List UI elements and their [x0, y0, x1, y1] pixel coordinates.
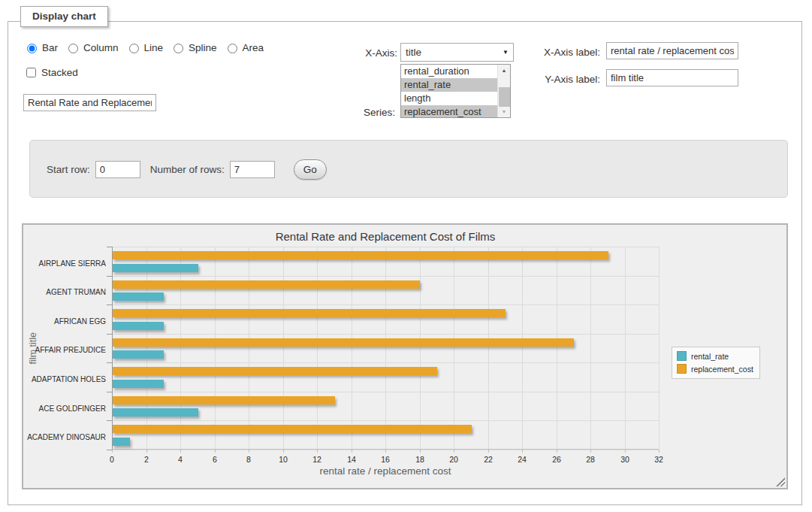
gridline-horizontal [113, 362, 659, 363]
gridline-vertical [385, 247, 386, 449]
x-axis-title: rental rate / replacement cost [112, 465, 659, 477]
bar-replacement_cost [113, 338, 574, 347]
legend-item-replacement_cost[interactable]: replacement_cost [677, 364, 753, 374]
chart-type-option-area[interactable]: Area [224, 41, 264, 53]
x-tick-mark [488, 450, 489, 453]
x-tick-mark [625, 450, 626, 453]
scroll-down-icon[interactable]: ▼ [498, 106, 510, 117]
gridline-horizontal [113, 392, 659, 392]
chart-type-option-column[interactable]: Column [65, 41, 119, 53]
bar-replacement_cost [113, 425, 472, 433]
category-label: ACADEMY DINOSAUR [23, 423, 106, 452]
gridline-vertical [522, 247, 523, 449]
x-tick-mark [352, 450, 352, 453]
chart-title-input[interactable] [23, 94, 156, 111]
x-tick-label: 6 [213, 455, 217, 464]
gridline-vertical [557, 247, 557, 449]
x-tick-label: 4 [178, 455, 183, 464]
gridline-vertical [625, 247, 626, 449]
x-tick-mark [317, 450, 318, 453]
scrollbar-thumb[interactable] [499, 87, 510, 107]
x-tick-label: 18 [415, 455, 424, 464]
chart-type-label: Area [243, 42, 264, 53]
legend-label: rental_rate [691, 352, 729, 361]
x-tick-mark [385, 450, 386, 453]
stacked-label: Stacked [41, 67, 78, 78]
category-label: ADAPTATION HOLES [23, 365, 106, 394]
x-tick-label: 32 [654, 455, 663, 464]
gridline-vertical [488, 247, 489, 449]
resize-handle-icon[interactable] [776, 477, 785, 486]
gridline-vertical [420, 247, 421, 449]
x-tick-label: 10 [279, 455, 288, 464]
panel-legend: Display chart [20, 6, 108, 27]
bar-replacement_cost [113, 309, 506, 317]
bar-rental_rate [113, 264, 198, 272]
num-rows-label: Number of rows: [150, 164, 225, 175]
chart-type-label: Line [144, 42, 164, 53]
start-row-label: Start row: [47, 164, 90, 175]
num-rows-input[interactable] [230, 161, 275, 178]
y-tick-mark [107, 276, 112, 277]
series-option-rental_duration[interactable]: rental_duration [401, 65, 497, 78]
gridline-vertical [659, 247, 660, 449]
legend-item-rental_rate[interactable]: rental_rate [677, 351, 753, 361]
x-tick-label: 8 [246, 455, 251, 464]
start-row-input[interactable] [95, 161, 140, 178]
y-tick-mark [107, 420, 112, 421]
display-chart-panel: BarColumnLineSplineArea Stacked X-Axis: … [8, 21, 802, 505]
chart-type-radio-area[interactable] [228, 44, 237, 53]
chart-type-radio-bar[interactable] [27, 44, 37, 53]
x-tick-mark [146, 450, 147, 453]
gridline-horizontal [113, 334, 659, 335]
x-tick-mark [590, 450, 591, 453]
y-axis-label-caption: Y-Axis label: [525, 74, 600, 85]
gridline-vertical [590, 247, 591, 449]
x-tick-mark [557, 450, 557, 453]
chart-type-radio-group: BarColumnLineSplineArea [23, 41, 264, 53]
stacked-checkbox[interactable] [26, 68, 36, 77]
chart-type-label: Bar [42, 42, 58, 53]
chart-type-label: Spline [189, 42, 217, 53]
go-button[interactable]: Go [294, 159, 327, 180]
gridline-horizontal [113, 247, 659, 247]
chart-type-option-line[interactable]: Line [125, 41, 164, 53]
x-tick-mark [112, 450, 113, 453]
gridline-horizontal [113, 276, 659, 277]
gridline-horizontal [113, 304, 659, 305]
y-axis-label-input[interactable] [606, 69, 738, 86]
series-options: rental_durationrental_ratelengthreplacem… [401, 65, 497, 117]
chart-type-radio-line[interactable] [129, 44, 139, 53]
series-listbox[interactable]: rental_durationrental_ratelengthreplacem… [400, 64, 511, 118]
chart-type-option-spline[interactable]: Spline [170, 41, 217, 53]
series-scrollbar[interactable]: ▲ ▼ [497, 65, 510, 117]
series-option-rental_rate[interactable]: rental_rate [401, 78, 497, 92]
category-label: AFFAIR PREJUDICE [23, 336, 106, 365]
series-option-length[interactable]: length [401, 92, 497, 105]
chart-type-label: Column [83, 42, 119, 53]
stacked-option[interactable]: Stacked [23, 65, 78, 80]
bar-replacement_cost [113, 251, 608, 259]
bar-rental_rate [113, 438, 130, 446]
chart-type-radio-column[interactable] [68, 44, 78, 53]
gridline-vertical [146, 247, 147, 449]
chart-type-option-bar[interactable]: Bar [23, 41, 58, 53]
plot-area [112, 247, 659, 450]
x-tick-mark [659, 450, 660, 453]
category-label: ACE GOLDFINGER [23, 394, 106, 423]
gridline-vertical [454, 247, 454, 449]
x-tick-label: 20 [449, 455, 458, 464]
chart-type-radio-spline[interactable] [174, 44, 183, 53]
scroll-up-icon[interactable]: ▲ [498, 65, 510, 76]
bar-replacement_cost [113, 396, 335, 404]
chart-container: Rental Rate and Replacement Cost of Film… [22, 223, 788, 489]
bar-rental_rate [113, 350, 164, 359]
x-axis-select[interactable]: title ▼ [400, 43, 514, 62]
x-tick-label: 14 [347, 455, 356, 464]
series-option-replacement_cost[interactable]: replacement_cost [401, 105, 497, 118]
bar-rental_rate [113, 408, 198, 417]
x-axis-label-input[interactable] [606, 42, 738, 59]
x-tick-label: 16 [381, 455, 390, 464]
bar-replacement_cost [113, 367, 437, 375]
gridline-vertical [283, 247, 284, 449]
